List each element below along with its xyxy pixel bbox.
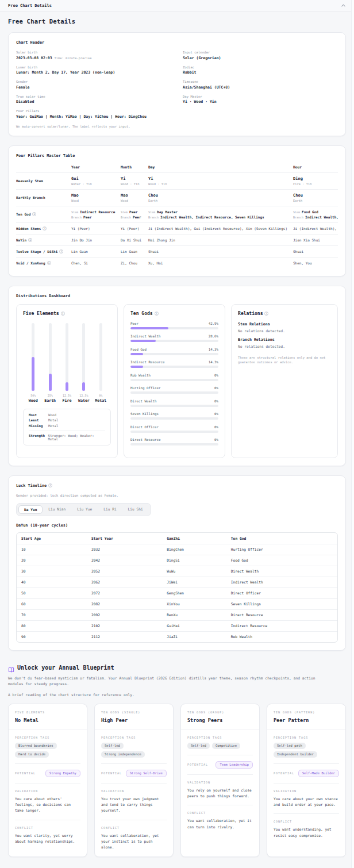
info-icon[interactable]: i: [48, 483, 52, 487]
blueprint-card: FIVE ELEMENTSNo MetalPERCEPTION TAGSBlur…: [8, 704, 87, 857]
element-percent: 25%: [48, 394, 53, 397]
dayun-table-wrap: Start AgeStart YearGanZhiTen God 102032B…: [16, 532, 338, 643]
ten-god-percent: 42.9%: [209, 322, 218, 325]
table-row: 302052WuWuDirect Wealth: [17, 566, 337, 577]
info-icon[interactable]: i: [61, 312, 65, 316]
pillar-cell-value: Da Xi Shui: [121, 238, 144, 242]
four-pillars-table: YearMonthDayHourHeavenly StemGuiWater · …: [16, 164, 338, 268]
divider: [274, 783, 339, 783]
pillar-cell-value: Ji (Indirect Wealth), Gui (Indirect Reso…: [148, 226, 288, 231]
dayun-cell: DingSi: [162, 555, 226, 566]
dayun-cell: XinYou: [162, 598, 226, 609]
element-bar-fill: [82, 382, 85, 391]
chart-header-note: We auto-convert solar/lunar. The label r…: [16, 125, 338, 128]
pillar-cell-main: Gui: [71, 176, 116, 181]
pillar-cell-main: Yi: [148, 176, 288, 181]
tab-liu-ri[interactable]: Liu Ri: [98, 505, 122, 514]
five-elements-title: Five Elementsi: [23, 311, 111, 316]
pillar-cell: Shen, You: [293, 257, 338, 268]
chart-header-grid: Solar birth2023-03-08 02:03 Time: minute…: [16, 51, 338, 119]
five-elements-summary: MostWood LeastMetal MissingMetal Strengt…: [23, 409, 111, 445]
tab-liu-shi[interactable]: Liu Shi: [122, 505, 149, 514]
ten-god-name: Direct Resource: [130, 438, 160, 441]
info-icon[interactable]: i: [47, 261, 51, 265]
ten-god-name: Direct Wealth: [130, 400, 156, 403]
pillar-cell-main: Ding: [293, 176, 338, 181]
pillar-row-label: NaYini: [16, 234, 71, 245]
dayun-cell: Rob Wealth: [226, 631, 337, 642]
field-value: Solar (Gregorian): [183, 56, 338, 60]
pillar-cell-value: Lin Guan: [71, 249, 116, 254]
dayun-cell: 30: [17, 566, 87, 577]
element-bar-fill: [49, 374, 52, 391]
field-value: Yi · Wood · Yin: [183, 99, 338, 104]
scrollbar[interactable]: [351, 0, 354, 868]
dayun-cell: 90: [17, 631, 87, 642]
tab-liu-yue[interactable]: Liu Yue: [71, 505, 98, 514]
ten-god-row: Food God14.3%: [130, 348, 218, 355]
dayun-cell: RenXu: [162, 609, 226, 620]
pillar-cell-value: Jian Xia Shui: [293, 238, 338, 242]
pillar-cell: Jian Xia Shui: [293, 234, 338, 245]
info-icon[interactable]: i: [155, 312, 159, 316]
field-value: Female: [16, 85, 171, 90]
dayun-cell: Direct Officer: [226, 587, 337, 598]
blueprint-card-body: PERCEPTION TAGSBlurred boundariesHard to…: [9, 729, 87, 851]
ten-god-percent: 0%: [214, 438, 218, 441]
dayun-col-header: Start Year: [87, 533, 162, 544]
summary-least-value: Metal: [48, 418, 58, 422]
field-value: Lunar: Month 2, Day 17, Year 2023 (non-l…: [16, 70, 171, 75]
five-elements-panel: Five Elementsi 50%Wood25%Earth12.5%Fire1…: [16, 304, 118, 458]
element-bar: 12.5%Water: [76, 323, 92, 403]
ten-god-bar-track: [130, 340, 218, 342]
pillar-cell: GuiWater · Yin: [71, 172, 121, 189]
blueprint-card-title: No Metal: [15, 717, 80, 723]
branch-prefix: Branch: [148, 216, 159, 219]
chart-header-field: GenderFemale: [16, 80, 171, 90]
pillar-cell: Hai Zhong Jin: [148, 234, 293, 245]
ten-god-bar-fill: [130, 366, 143, 368]
blueprint-section: Unlock your Annual Blueprint We don't do…: [8, 665, 346, 697]
info-icon[interactable]: i: [32, 212, 36, 216]
divider: [101, 763, 167, 764]
chevron-up-icon[interactable]: [341, 3, 346, 8]
field-label: Day Master: [183, 95, 338, 98]
potential-pill: Team Leadership: [216, 761, 253, 769]
table-row: 902112JiaZiRob Wealth: [17, 631, 337, 642]
pillar-cell: StemFood GodBranchIndirect Wealth, Indir…: [293, 206, 338, 222]
ten-god-percent: 0%: [214, 374, 218, 377]
pillar-row-label: Heavenly Stem: [16, 172, 71, 189]
element-bar: 12.5%Fire: [59, 323, 75, 403]
dayun-cell: 2062: [87, 577, 162, 587]
element-bar-fill: [66, 382, 68, 391]
pillar-row-label: Void / XunKongi: [16, 257, 71, 268]
chart-header-field: Input calendarSolar (Gregorian): [183, 51, 338, 60]
dayun-col-header: Start Age: [17, 533, 87, 544]
relations-note: These are structural relations only and …: [238, 355, 331, 366]
info-icon[interactable]: i: [59, 249, 63, 254]
ten-gods-chart: Peer42.9%Indirect Wealth28.6%Food God14.…: [130, 322, 218, 446]
four-pillars-table-clip[interactable]: YearMonthDayHourHeavenly StemGuiWater · …: [16, 164, 338, 268]
element-name: Fire: [63, 398, 72, 403]
info-icon[interactable]: i: [43, 226, 47, 231]
ten-god-row: Rob Wealth0%: [130, 374, 218, 381]
element-percent: 0%: [99, 394, 102, 397]
field-label: Zodiac: [183, 66, 338, 69]
info-icon[interactable]: i: [28, 238, 32, 242]
blueprint-title: Unlock your Annual Blueprint: [17, 665, 114, 671]
open-book-icon: [8, 665, 14, 671]
tab-liu-nian[interactable]: Liu Nian: [43, 505, 71, 514]
validation-label: VALIDATION: [101, 789, 167, 793]
info-icon[interactable]: i: [264, 312, 268, 316]
pillar-cell-stem: StemIndirect Resource: [71, 210, 116, 214]
potential-label: POTENTIAL: [15, 771, 36, 775]
chart-header-field: TimezoneAsia/Shanghai (UTC+8): [183, 80, 338, 90]
ten-god-name: Rob Wealth: [130, 374, 151, 377]
branch-relations-value: No relations detected.: [238, 344, 331, 348]
distributions-title: Distributions Dashboard: [16, 294, 338, 298]
dayun-cell: 2112: [87, 631, 162, 642]
tab-da-yun[interactable]: Da Yun: [18, 505, 43, 514]
pillar-cell-branch: BranchIndirect Wealth, Indirect Resource…: [293, 215, 338, 219]
ten-god-bar-track: [130, 327, 218, 329]
divider: [15, 763, 80, 764]
